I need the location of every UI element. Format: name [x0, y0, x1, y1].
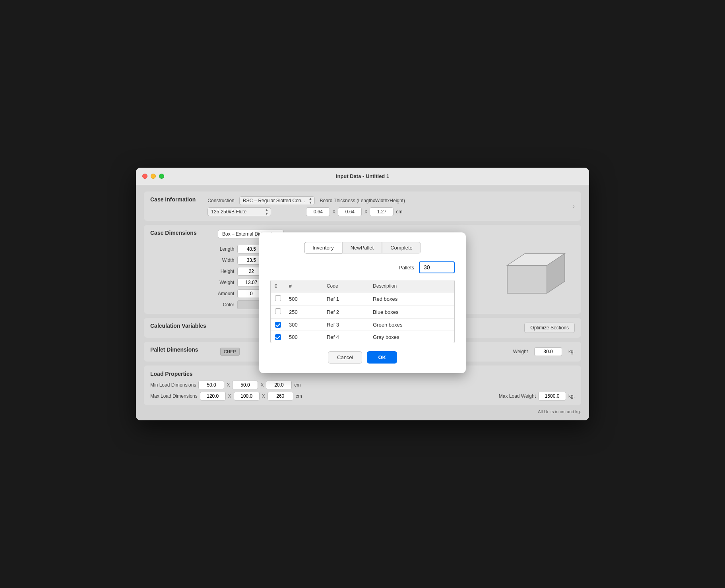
row1-code: Ref 1 — [323, 292, 369, 306]
traffic-lights — [142, 174, 164, 179]
inventory-table-container: 0 # Code Description — [270, 280, 455, 343]
modal-backdrop: Inventory NewPallet Complete Pallets — [144, 191, 581, 414]
modal-footer: Cancel OK — [270, 351, 455, 364]
col-checkbox: 0 — [271, 280, 285, 292]
main-content: Case Information Construction RSC – Regu… — [144, 191, 581, 414]
table-row: 250 Ref 2 Blue boxes — [271, 306, 454, 319]
row3-description: Green boxes — [369, 319, 454, 331]
tab-inventory[interactable]: Inventory — [304, 242, 342, 253]
row3-number: 300 — [285, 319, 323, 331]
row2-description: Blue boxes — [369, 306, 454, 319]
title-bar: Input Data - Untitled 1 — [136, 168, 589, 185]
row4-description: Gray boxes — [369, 331, 454, 343]
modal-dialog: Inventory NewPallet Complete Pallets — [259, 232, 466, 373]
pallets-input[interactable] — [419, 261, 455, 273]
window-content: Case Information Construction RSC – Regu… — [136, 185, 589, 420]
row1-checkbox-cell — [271, 292, 285, 306]
row4-code: Ref 4 — [323, 331, 369, 343]
row2-code: Ref 2 — [323, 306, 369, 319]
row3-checkbox-cell — [271, 319, 285, 331]
row3-checkbox[interactable] — [275, 322, 281, 328]
row2-checkbox[interactable] — [275, 308, 281, 314]
col-description: Description — [369, 280, 454, 292]
ok-button[interactable]: OK — [367, 351, 397, 364]
table-header: 0 # Code Description — [271, 280, 454, 292]
maximize-button[interactable] — [159, 174, 164, 179]
row4-checkbox-cell — [271, 331, 285, 343]
row1-description: Red boxes — [369, 292, 454, 306]
minimize-button[interactable] — [151, 174, 156, 179]
tab-newpallet[interactable]: NewPallet — [342, 242, 382, 253]
close-button[interactable] — [142, 174, 147, 179]
row2-checkbox-cell — [271, 306, 285, 319]
tab-complete[interactable]: Complete — [382, 242, 421, 253]
col-number: # — [285, 280, 323, 292]
table-row: 500 Ref 4 Gray boxes — [271, 331, 454, 343]
main-window: Input Data - Untitled 1 Case Information… — [136, 168, 589, 420]
row4-number: 500 — [285, 331, 323, 343]
pallets-row: Pallets — [270, 261, 455, 273]
row3-code: Ref 3 — [323, 319, 369, 331]
table-body: 500 Ref 1 Red boxes 250 Ref 2 — [271, 292, 454, 343]
pallets-label: Pallets — [399, 265, 414, 271]
inventory-table: 0 # Code Description — [271, 280, 454, 343]
table-row: 300 Ref 3 Green boxes — [271, 319, 454, 331]
row4-checkbox[interactable] — [275, 334, 281, 340]
table-row: 500 Ref 1 Red boxes — [271, 292, 454, 306]
cancel-button[interactable]: Cancel — [328, 351, 362, 364]
row2-number: 250 — [285, 306, 323, 319]
row1-number: 500 — [285, 292, 323, 306]
modal-tabs: Inventory NewPallet Complete — [270, 242, 455, 253]
row1-checkbox[interactable] — [275, 295, 281, 301]
window-title: Input Data - Untitled 1 — [336, 173, 389, 179]
col-code: Code — [323, 280, 369, 292]
